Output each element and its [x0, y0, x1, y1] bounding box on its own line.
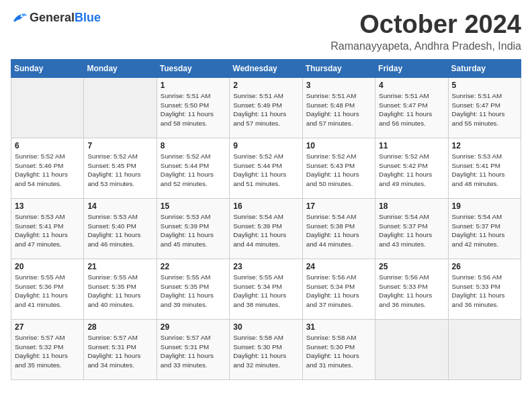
- daylight-minutes-text: and 54 minutes.: [15, 180, 62, 187]
- daylight-text: Daylight: 11 hours: [15, 291, 68, 299]
- day-info: Sunrise: 5:52 AMSunset: 5:44 PMDaylight:…: [233, 152, 298, 189]
- sunset-text: Sunset: 5:46 PM: [15, 162, 63, 169]
- sunset-text: Sunset: 5:50 PM: [161, 101, 209, 109]
- sunrise-text: Sunrise: 5:55 AM: [15, 273, 65, 281]
- calendar-day-cell: [84, 77, 157, 138]
- daylight-text: Daylight: 11 hours: [233, 231, 286, 238]
- calendar-day-cell: 15Sunrise: 5:53 AMSunset: 5:39 PMDayligh…: [157, 198, 229, 259]
- sunrise-text: Sunrise: 5:52 AM: [87, 152, 138, 160]
- sunset-text: Sunset: 5:37 PM: [379, 222, 427, 230]
- daylight-minutes-text: and 34 minutes.: [87, 361, 134, 369]
- sunset-text: Sunset: 5:31 PM: [87, 343, 136, 351]
- day-number: 17: [306, 201, 371, 211]
- sunrise-text: Sunrise: 5:58 AM: [233, 334, 283, 341]
- day-info: Sunrise: 5:52 AMSunset: 5:42 PMDaylight:…: [379, 152, 444, 189]
- daylight-text: Daylight: 11 hours: [379, 231, 432, 238]
- calendar-day-cell: 19Sunrise: 5:54 AMSunset: 5:37 PMDayligh…: [448, 198, 521, 259]
- calendar-day-cell: 5Sunrise: 5:51 AMSunset: 5:47 PMDaylight…: [448, 77, 521, 138]
- sunrise-text: Sunrise: 5:51 AM: [161, 92, 211, 99]
- daylight-minutes-text: and 48 minutes.: [452, 180, 499, 187]
- sunset-text: Sunset: 5:41 PM: [15, 222, 63, 230]
- sunset-text: Sunset: 5:34 PM: [306, 283, 355, 290]
- day-number: 11: [379, 141, 444, 150]
- calendar-day-cell: 3Sunrise: 5:51 AMSunset: 5:48 PMDaylight…: [302, 77, 375, 138]
- sunrise-text: Sunrise: 5:55 AM: [233, 273, 283, 281]
- daylight-minutes-text: and 44 minutes.: [306, 240, 353, 248]
- calendar-day-cell: 7Sunrise: 5:52 AMSunset: 5:45 PMDaylight…: [84, 138, 157, 198]
- calendar-day-cell: 31Sunrise: 5:58 AMSunset: 5:30 PMDayligh…: [302, 319, 375, 379]
- calendar-day-cell: 12Sunrise: 5:53 AMSunset: 5:41 PMDayligh…: [448, 138, 521, 198]
- weekday-header: Thursday: [302, 59, 375, 77]
- day-number: 28: [87, 322, 152, 332]
- calendar-week-row: 6Sunrise: 5:52 AMSunset: 5:46 PMDaylight…: [11, 138, 521, 198]
- calendar-day-cell: 11Sunrise: 5:52 AMSunset: 5:42 PMDayligh…: [375, 138, 448, 198]
- day-number: 18: [379, 201, 444, 211]
- logo-general: General: [30, 11, 75, 24]
- day-info: Sunrise: 5:53 AMSunset: 5:39 PMDaylight:…: [161, 212, 226, 249]
- daylight-minutes-text: and 37 minutes.: [306, 301, 353, 308]
- calendar-day-cell: 22Sunrise: 5:55 AMSunset: 5:35 PMDayligh…: [157, 259, 229, 319]
- calendar-day-cell: 16Sunrise: 5:54 AMSunset: 5:39 PMDayligh…: [230, 198, 302, 259]
- sunrise-text: Sunrise: 5:54 AM: [306, 213, 357, 220]
- daylight-text: Daylight: 11 hours: [87, 291, 140, 299]
- day-info: Sunrise: 5:52 AMSunset: 5:44 PMDaylight:…: [161, 152, 226, 189]
- sunset-text: Sunset: 5:42 PM: [379, 162, 427, 169]
- sunrise-text: Sunrise: 5:57 AM: [161, 334, 211, 341]
- weekday-header: Sunday: [11, 59, 84, 77]
- day-number: 26: [452, 262, 517, 271]
- day-number: 15: [161, 201, 226, 211]
- sunrise-text: Sunrise: 5:58 AM: [306, 334, 357, 341]
- day-info: Sunrise: 5:56 AMSunset: 5:34 PMDaylight:…: [306, 273, 371, 310]
- sunrise-text: Sunrise: 5:52 AM: [161, 152, 211, 160]
- daylight-text: Daylight: 11 hours: [306, 352, 359, 359]
- day-info: Sunrise: 5:55 AMSunset: 5:34 PMDaylight:…: [233, 273, 298, 310]
- day-info: Sunrise: 5:58 AMSunset: 5:30 PMDaylight:…: [306, 333, 371, 370]
- day-info: Sunrise: 5:55 AMSunset: 5:36 PMDaylight:…: [15, 273, 80, 310]
- daylight-minutes-text: and 33 minutes.: [161, 361, 208, 369]
- day-info: Sunrise: 5:54 AMSunset: 5:37 PMDaylight:…: [379, 212, 444, 249]
- day-info: Sunrise: 5:52 AMSunset: 5:46 PMDaylight:…: [15, 152, 80, 189]
- calendar-day-cell: 17Sunrise: 5:54 AMSunset: 5:38 PMDayligh…: [302, 198, 375, 259]
- sunrise-text: Sunrise: 5:53 AM: [161, 213, 211, 220]
- location-title: Ramanayyapeta, Andhra Pradesh, India: [330, 40, 521, 52]
- daylight-text: Daylight: 11 hours: [87, 352, 140, 359]
- sunset-text: Sunset: 5:35 PM: [161, 283, 209, 290]
- daylight-minutes-text: and 50 minutes.: [306, 180, 353, 187]
- daylight-minutes-text: and 36 minutes.: [452, 301, 499, 308]
- daylight-minutes-text: and 31 minutes.: [306, 361, 353, 369]
- sunset-text: Sunset: 5:48 PM: [306, 101, 355, 109]
- sunrise-text: Sunrise: 5:51 AM: [233, 92, 283, 99]
- sunset-text: Sunset: 5:37 PM: [452, 222, 500, 230]
- day-number: 16: [233, 201, 298, 211]
- day-number: 23: [233, 262, 298, 271]
- sunrise-text: Sunrise: 5:51 AM: [306, 92, 357, 99]
- daylight-text: Daylight: 11 hours: [233, 110, 286, 118]
- calendar-day-cell: 23Sunrise: 5:55 AMSunset: 5:34 PMDayligh…: [230, 259, 302, 319]
- day-number: 3: [306, 81, 371, 90]
- day-number: 1: [161, 81, 226, 90]
- sunrise-text: Sunrise: 5:57 AM: [15, 334, 65, 341]
- calendar-day-cell: 1Sunrise: 5:51 AMSunset: 5:50 PMDaylight…: [157, 77, 229, 138]
- header: GeneralBlue October 2024 Ramanayyapeta, …: [11, 11, 521, 52]
- sunset-text: Sunset: 5:30 PM: [233, 343, 281, 351]
- sunrise-text: Sunrise: 5:55 AM: [161, 273, 211, 281]
- sunrise-text: Sunrise: 5:51 AM: [379, 92, 429, 99]
- day-info: Sunrise: 5:57 AMSunset: 5:31 PMDaylight:…: [161, 333, 226, 370]
- day-info: Sunrise: 5:57 AMSunset: 5:32 PMDaylight:…: [15, 333, 80, 370]
- day-info: Sunrise: 5:53 AMSunset: 5:40 PMDaylight:…: [87, 212, 152, 249]
- sunrise-text: Sunrise: 5:54 AM: [452, 213, 502, 220]
- daylight-minutes-text: and 40 minutes.: [87, 301, 134, 308]
- calendar-week-row: 1Sunrise: 5:51 AMSunset: 5:50 PMDaylight…: [11, 77, 521, 138]
- calendar-day-cell: 9Sunrise: 5:52 AMSunset: 5:44 PMDaylight…: [230, 138, 302, 198]
- calendar-week-row: 27Sunrise: 5:57 AMSunset: 5:32 PMDayligh…: [11, 319, 521, 379]
- daylight-text: Daylight: 11 hours: [161, 231, 214, 238]
- day-number: 5: [452, 81, 517, 90]
- daylight-text: Daylight: 11 hours: [306, 110, 359, 118]
- calendar-day-cell: 26Sunrise: 5:56 AMSunset: 5:33 PMDayligh…: [448, 259, 521, 319]
- calendar-day-cell: [448, 319, 521, 379]
- sunrise-text: Sunrise: 5:51 AM: [452, 92, 502, 99]
- sunset-text: Sunset: 5:47 PM: [452, 101, 500, 109]
- daylight-text: Daylight: 11 hours: [233, 352, 286, 359]
- daylight-minutes-text: and 39 minutes.: [161, 301, 208, 308]
- calendar-day-cell: 29Sunrise: 5:57 AMSunset: 5:31 PMDayligh…: [157, 319, 229, 379]
